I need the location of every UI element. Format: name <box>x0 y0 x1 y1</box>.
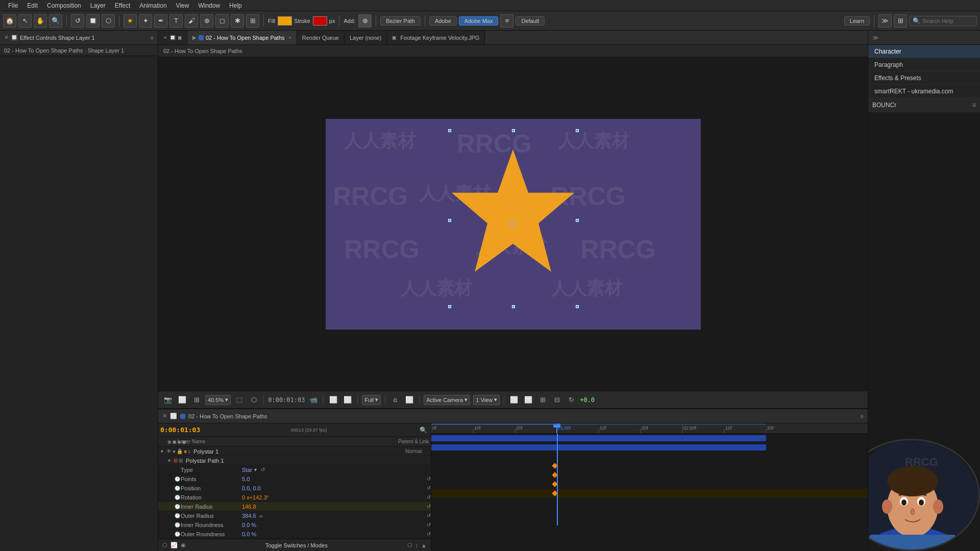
tl-bottom-icon-b[interactable]: ↕ <box>415 542 419 548</box>
camera-dropdown[interactable]: Active Camera ▾ <box>424 395 470 405</box>
outer-radius-link-icon[interactable]: ∞ <box>259 513 263 519</box>
comp-tab-render[interactable]: Render Queue <box>297 31 345 44</box>
viewer-ctrl-grid[interactable]: ⊞ <box>191 394 202 406</box>
viewer-camera-icon[interactable]: 📹 <box>308 394 319 406</box>
stamp-tool-btn[interactable]: ⊕ <box>200 14 213 28</box>
prop-value-rotation[interactable]: 0 x+142.3° <box>242 494 269 500</box>
prop-clock-ir[interactable]: 🕐 <box>174 504 181 509</box>
layer-row-polystar-path[interactable]: ▾ ⊞ ⊞ Polystar Path 1 <box>158 456 431 465</box>
views-dropdown[interactable]: 1 View ▾ <box>473 395 500 405</box>
layer-row-polystar[interactable]: ▾ 👁 ● 🔒 ■ 1 Polystar 1 Normal <box>158 447 431 456</box>
menu-animation[interactable]: Animation <box>135 1 170 10</box>
panel-menu-icon[interactable]: ≡ <box>151 35 154 41</box>
viewer-ctrl-d[interactable]: ⬜ <box>523 394 534 406</box>
menu-layer[interactable]: Layer <box>86 1 110 10</box>
tl-graph-icon[interactable]: 📈 <box>170 542 178 548</box>
viewer-timecode[interactable]: 0:00:01:03 <box>268 396 305 404</box>
home-tool-btn[interactable]: 🏠 <box>3 14 16 28</box>
tl-menu-icon[interactable]: ≡ <box>861 413 864 419</box>
tl-bottom-icon-c[interactable]: ▲ <box>421 542 427 548</box>
fill-color-swatch[interactable] <box>278 16 292 26</box>
viewer-ctrl-e[interactable]: ⊞ <box>537 394 548 406</box>
comp-tab-main[interactable]: ▶ 02 - How To Open Shape Paths ≡ <box>187 31 297 44</box>
viewer-ctrl-toggle[interactable]: ⬜ <box>177 394 188 406</box>
menu-composition[interactable]: Composition <box>43 1 85 10</box>
prop-reset-points[interactable]: ↺ <box>427 476 431 482</box>
close-left-icon[interactable]: ✕ <box>4 34 9 41</box>
brush-tool-btn[interactable]: 🖌 <box>185 14 198 28</box>
label-icon[interactable]: ■ <box>184 448 187 454</box>
right-menu-effects[interactable]: Effects & Presets <box>868 71 980 85</box>
prop-reset-rot[interactable]: ↺ <box>427 494 431 500</box>
bouncr-menu-icon[interactable]: ≡ <box>972 102 976 109</box>
menu-view[interactable]: View <box>172 1 193 10</box>
default-btn[interactable]: Default <box>516 16 545 26</box>
adobe-max-btn[interactable]: Adobe Max <box>459 16 499 26</box>
prop-value-outer-roundness[interactable]: 0.0 % <box>242 531 256 537</box>
viewer-rgb[interactable]: ⬜ <box>404 394 415 406</box>
right-menu-character[interactable]: Character <box>868 45 980 58</box>
layer-expand-polystar[interactable]: ▾ <box>158 448 165 454</box>
lock-layer-icon[interactable]: 🔒 <box>177 448 183 454</box>
learn-btn[interactable]: Learn <box>844 16 870 26</box>
redo-btn[interactable]: 🔲 <box>86 14 100 28</box>
prop-reset-or[interactable]: ↺ <box>427 513 431 518</box>
close-tab-icon[interactable]: ✕ <box>163 35 167 40</box>
prop-reset-type[interactable]: ↺ <box>261 467 265 472</box>
quality-dropdown[interactable]: Full ▾ <box>362 395 381 405</box>
search-help-box[interactable]: 🔍 <box>909 16 977 26</box>
eraser-tool-btn[interactable]: ◻ <box>215 14 229 28</box>
stroke-color-swatch[interactable] <box>313 16 327 26</box>
adobe-max-menu-btn[interactable]: ≡ <box>500 14 513 28</box>
viewer-ctrl-aspect[interactable]: ⬡ <box>248 394 259 406</box>
right-menu-bouncr[interactable]: BOUNCr ≡ <box>868 98 980 112</box>
zoom-tool-btn[interactable]: 🔍 <box>49 14 62 28</box>
adobe-btn[interactable]: Adobe <box>429 16 457 26</box>
pen-tool-btn[interactable]: ✒ <box>154 14 167 28</box>
prop-reset-ir[interactable]: ↺ <box>427 504 431 509</box>
tl-marker-icon[interactable]: ⬡ <box>162 542 167 548</box>
prop-value-points[interactable]: 5.0 <box>242 476 250 482</box>
prop-value-inner-roundness[interactable]: 0.0 % <box>242 522 256 528</box>
menu-file[interactable]: File <box>4 1 22 10</box>
eye-icon[interactable]: 👁 <box>166 448 172 454</box>
comp-tab-layer[interactable]: Layer (none) <box>345 31 387 44</box>
prop-clock-rot[interactable]: 🕐 <box>174 495 181 500</box>
viewer-alpha[interactable]: α <box>389 394 401 406</box>
roto-tool-btn[interactable]: ⊞ <box>246 14 259 28</box>
viewer-ctrl-g[interactable]: ↻ <box>566 394 577 406</box>
star-border-tool-btn[interactable]: ✦ <box>139 14 152 28</box>
tl-lock-icon[interactable]: ⬜ <box>170 413 177 419</box>
hand-tool-btn[interactable]: ✋ <box>34 14 47 28</box>
menu-help[interactable]: Help <box>225 1 246 10</box>
viewer-ctrl-b[interactable]: ⬜ <box>342 394 353 406</box>
prop-value-position[interactable]: 0.0, 0.0 <box>242 485 261 491</box>
viewer-ctrl-snapshot[interactable]: 📷 <box>162 394 174 406</box>
prop-reset-pos[interactable]: ↺ <box>427 485 431 491</box>
menu-effect[interactable]: Effect <box>111 1 134 10</box>
text-tool-btn[interactable]: T <box>169 14 183 28</box>
prop-value-inner-radius[interactable]: 146.8 <box>242 504 256 510</box>
prop-value-outer-radius[interactable]: 384.6 <box>242 513 256 519</box>
comp-tab-footage[interactable]: ◼ Footage Keyframe Velocity.JPG <box>387 31 485 44</box>
add-icon-btn[interactable]: ⊕ <box>358 14 372 28</box>
tl-bottom-icon-a[interactable]: ⬡ <box>407 542 412 548</box>
tl-timecode[interactable]: 0:00:01:03 <box>160 426 200 434</box>
right-menu-smartrekt[interactable]: smartREKT - ukramedia.com <box>868 85 980 98</box>
viewer-ctrl-fit[interactable]: ⬚ <box>234 394 245 406</box>
right-panel-expand-icon[interactable]: ≫ <box>872 34 879 41</box>
right-menu-paragraph[interactable]: Paragraph <box>868 58 980 71</box>
select-tool-btn[interactable]: ↖ <box>18 14 32 28</box>
tl-close-icon[interactable]: ✕ <box>162 413 167 419</box>
undo-btn[interactable]: ↺ <box>71 14 84 28</box>
menu-window[interactable]: Window <box>194 1 224 10</box>
zoom-dropdown[interactable]: 40.5% ▾ <box>205 395 231 405</box>
menu-edit[interactable]: Edit <box>23 1 42 10</box>
puppet-tool-btn[interactable]: ✱ <box>231 14 244 28</box>
solo-icon[interactable]: ● <box>173 448 176 454</box>
prop-reset-orn[interactable]: ↺ <box>427 531 431 537</box>
type-dropdown-icon[interactable]: ▾ <box>254 467 257 472</box>
prop-value-type[interactable]: Star <box>242 467 252 473</box>
comp-tab-close-left[interactable]: ✕ 🔲 ◼ <box>158 31 187 44</box>
expand-panels-btn[interactable]: ≫ <box>878 14 892 28</box>
